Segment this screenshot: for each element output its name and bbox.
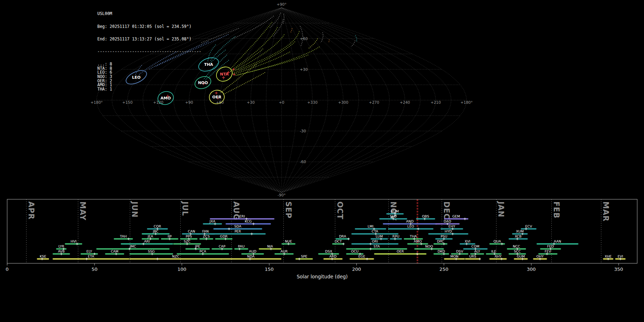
shower-code-label: FED: [547, 244, 554, 248]
shower-activity-bar: [444, 258, 465, 260]
shower-code-label: XHE: [605, 254, 612, 258]
shower-activity-bar: [489, 258, 507, 260]
shower-activity-bar: [96, 248, 170, 250]
radiant-ellipse-group: NTA: [214, 64, 235, 84]
shower-peak-marker: [347, 238, 350, 240]
shower-code-label: LUM: [376, 234, 383, 238]
shower-code-label: PPS: [186, 234, 192, 238]
shower-count-line: NOO: 3: [97, 75, 201, 79]
month-label: MAR: [601, 201, 610, 221]
shower-code-label: GDR: [220, 234, 228, 238]
shower-code-label: TAH: [119, 234, 127, 238]
shower-activity-bar: [215, 238, 233, 240]
shower-code-label: PER: [234, 229, 241, 233]
radiant-label: THA: [204, 62, 213, 67]
shower-code-label: EGE: [358, 254, 365, 258]
shower-code-label: DSV: [456, 249, 463, 253]
shower-activity-bar: [105, 253, 125, 255]
meteor-trail: [291, 28, 292, 32]
shower-code-label: STA: [374, 244, 380, 248]
lon-tick-label: +30: [247, 100, 255, 104]
shower-code-label: AAN: [554, 239, 561, 243]
meteor-trail: [235, 55, 308, 76]
shower-activity-bar: [130, 258, 222, 260]
shower-activity-bar: [537, 243, 579, 245]
shower-peak-marker: [366, 258, 368, 260]
shower-activity-bar: [428, 233, 468, 235]
shower-peak-marker: [369, 243, 372, 245]
shower-peak-marker: [417, 228, 420, 230]
shower-code-label: ERI: [239, 214, 245, 218]
shower-code-label: LMI: [368, 224, 374, 228]
shower-code-label: JXA: [209, 219, 215, 223]
shower-code-label: OER: [397, 249, 404, 253]
meteor-trail: [229, 22, 272, 70]
shower-peak-marker: [342, 243, 345, 245]
month-label: DEC: [442, 201, 451, 219]
lon-tick-label: +180°: [460, 100, 473, 104]
shower-code-label: XCB: [515, 234, 522, 238]
shower-code-label: LEO: [408, 224, 414, 228]
shower-peak-marker: [228, 228, 230, 230]
shower-code-label: NIA: [267, 244, 273, 248]
lat-tick-label: +60: [300, 36, 308, 41]
x-axis-title: Solar longitude (deg): [297, 274, 348, 279]
lon-tick-label: +210: [430, 100, 441, 104]
shower-code-label: JPE: [195, 244, 200, 248]
shower-code-label: ILE: [491, 249, 496, 253]
shower-code-label: CAP: [219, 244, 225, 248]
shower-code-label: FEV: [545, 249, 551, 253]
shower-code-label: SZC: [184, 239, 191, 243]
lon-tick-label: +240: [400, 100, 410, 104]
x-tick-label: 250: [439, 267, 448, 272]
shower-code-label: GEM: [452, 214, 460, 218]
shower-code-label: FAN: [202, 229, 209, 233]
shower-count-line: LEO: 6: [97, 70, 201, 75]
shower-code-label: NUE: [285, 239, 292, 243]
meteor-trail: [233, 16, 274, 39]
shower-code-label: RPU: [392, 234, 399, 238]
shower-code-label: DRA: [339, 234, 347, 238]
shower-code-label: ZCS: [203, 234, 210, 238]
shower-code-label: KSE: [40, 254, 46, 258]
month-label: FEB: [552, 201, 561, 219]
shower-peak-marker: [156, 258, 158, 260]
meteor-trail: [351, 40, 355, 47]
shower-code-label: COR: [154, 224, 161, 228]
shower-code-label: AND: [406, 219, 414, 223]
shower-activity-bar: [234, 248, 248, 250]
shower-peak-marker: [250, 233, 253, 235]
month-label: SEP: [284, 201, 293, 219]
lon-tick-label: +150: [122, 100, 133, 104]
shower-code-label: OCU: [351, 249, 358, 253]
shower-code-label: ALY: [474, 249, 480, 253]
shower-activity-bar: [355, 228, 386, 230]
shower-code-label: PSU: [440, 234, 447, 238]
shower-code-label: PCA: [199, 249, 206, 253]
meteor-trail: [201, 28, 239, 43]
shower-code-label: AUD: [249, 249, 257, 253]
shower-code-label: JEA: [147, 234, 153, 238]
shower-code-label: AMO: [414, 239, 421, 243]
separator-line: ----------------------------------------…: [97, 50, 201, 54]
shower-code-label: KUM: [391, 209, 399, 213]
meteor-trail: [329, 40, 329, 43]
shower-code-label: DSX: [325, 249, 332, 253]
shower-code-label: CTA: [372, 229, 379, 233]
month-label: APR: [27, 201, 35, 220]
shower-activity-bar: [210, 218, 274, 220]
x-tick-label: 100: [177, 267, 186, 272]
shower-code-label: JBC: [152, 229, 158, 233]
shower-peak-marker: [369, 248, 372, 250]
shower-code-label: ARI: [144, 239, 150, 243]
north-pole-label: +90°: [277, 2, 286, 6]
shower-peak-marker: [478, 258, 481, 260]
shower-code-label: GUM: [517, 254, 525, 258]
month-label: MAY: [78, 201, 87, 220]
shower-code-label: HVI: [70, 239, 76, 243]
shower-activity-bar: [374, 253, 427, 255]
lat-tick-label: +30: [300, 67, 308, 72]
activity-timeline: APRMAYJUNJULAUGSEPOCTNOVDECJANFEBMARKUME…: [6, 199, 637, 279]
x-tick-label: 50: [92, 267, 98, 272]
shower-code-label: SDA: [234, 224, 241, 228]
